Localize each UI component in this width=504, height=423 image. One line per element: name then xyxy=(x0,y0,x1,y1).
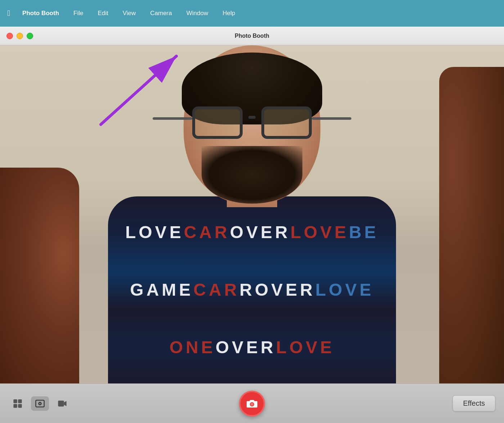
person-beard xyxy=(202,146,302,204)
title-bar: Photo Booth xyxy=(0,27,504,45)
person-head xyxy=(184,45,320,204)
menubar:  Photo Booth File Edit View Camera Wind… xyxy=(0,0,504,27)
camera-icon xyxy=(246,397,258,410)
apple-menu[interactable]:  xyxy=(7,9,10,18)
svg-rect-2 xyxy=(13,399,17,403)
window-title: Photo Booth xyxy=(235,33,269,39)
app-name-menu[interactable]: Photo Booth xyxy=(20,8,61,18)
help-menu[interactable]: Help xyxy=(220,8,237,18)
minimize-button[interactable] xyxy=(17,33,23,39)
video-button[interactable] xyxy=(53,396,71,411)
camera-menu[interactable]: Camera xyxy=(148,8,174,18)
glasses-lens-right xyxy=(261,106,312,139)
svg-point-8 xyxy=(39,402,41,404)
person-body: LOVE CAR OVER LOVE BE GAME CAR ROVER LOV… xyxy=(108,196,396,383)
svg-marker-10 xyxy=(64,401,67,406)
view-menu[interactable]: View xyxy=(121,8,138,18)
video-icon xyxy=(57,399,67,409)
svg-rect-4 xyxy=(13,404,17,408)
chair-left xyxy=(0,168,79,383)
glasses-arm-left xyxy=(153,117,192,120)
edit-menu[interactable]: Edit xyxy=(95,8,110,18)
window-menu[interactable]: Window xyxy=(184,8,210,18)
glasses xyxy=(192,106,312,139)
traffic-lights xyxy=(6,33,33,39)
grid-view-button[interactable] xyxy=(9,396,27,411)
glasses-bridge xyxy=(248,116,256,119)
sweater-pattern: LOVE CAR OVER LOVE BE GAME CAR ROVER LOV… xyxy=(108,196,396,383)
glasses-arm-right xyxy=(312,117,351,120)
effects-button[interactable]: Effects xyxy=(453,395,495,411)
photo-icon xyxy=(35,399,45,409)
maximize-button[interactable] xyxy=(27,33,33,39)
camera-view: LOVE CAR OVER LOVE BE GAME CAR ROVER LOV… xyxy=(0,45,504,383)
single-photo-button[interactable] xyxy=(31,396,49,411)
svg-rect-5 xyxy=(18,404,22,408)
chair-right xyxy=(439,67,504,383)
close-button[interactable] xyxy=(6,33,13,39)
toolbar-right: Effects xyxy=(453,395,495,411)
capture-button[interactable] xyxy=(239,391,265,417)
svg-rect-9 xyxy=(58,400,64,406)
toolbar: Effects xyxy=(0,383,504,423)
grid-icon xyxy=(13,399,23,409)
svg-point-12 xyxy=(251,403,253,406)
svg-rect-3 xyxy=(18,399,22,403)
person: LOVE CAR OVER LOVE BE GAME CAR ROVER LOV… xyxy=(90,45,414,383)
app-window: Photo Booth LOVE CAR OVER LOVE BE GAME xyxy=(0,27,504,423)
file-menu[interactable]: File xyxy=(71,8,85,18)
glasses-lens-left xyxy=(192,106,243,139)
camera-background: LOVE CAR OVER LOVE BE GAME CAR ROVER LOV… xyxy=(0,45,504,383)
toolbar-left-buttons xyxy=(9,396,71,411)
